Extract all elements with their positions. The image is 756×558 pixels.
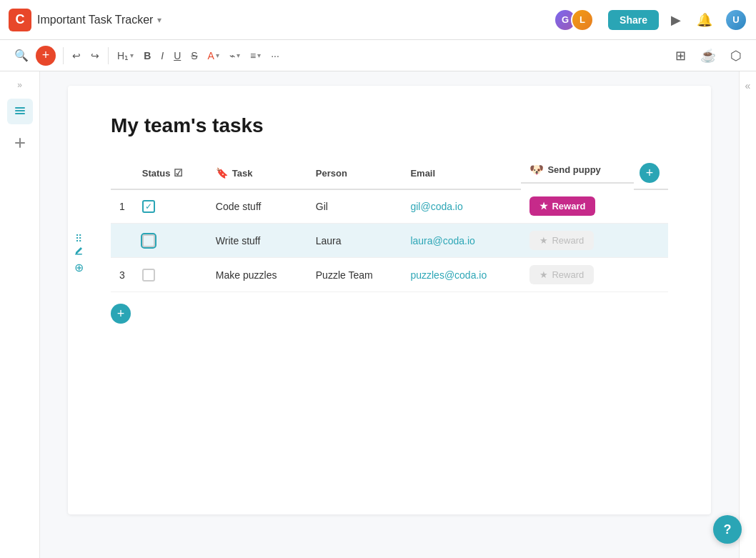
bold-button[interactable]: B bbox=[139, 47, 155, 64]
font-color-button[interactable]: A ▾ bbox=[204, 47, 224, 64]
collaborator-avatars: G L bbox=[554, 9, 594, 31]
star-icon: ★ bbox=[539, 201, 548, 211]
svg-rect-2 bbox=[15, 113, 25, 114]
row-2-reward[interactable]: ★ Reward bbox=[521, 224, 634, 258]
row-1-reward[interactable]: ★ Reward bbox=[521, 189, 634, 224]
row-add-icon[interactable]: ⊕ bbox=[74, 261, 84, 274]
row-2-person[interactable]: Laura bbox=[307, 224, 402, 258]
svg-rect-3 bbox=[75, 254, 82, 255]
row-side-actions: ⠿ ⊕ bbox=[74, 233, 84, 274]
row-3-reward[interactable]: ★ Reward bbox=[521, 258, 634, 292]
row-1-email[interactable]: gil@coda.io bbox=[402, 189, 521, 224]
add-column-button[interactable]: + bbox=[640, 163, 660, 183]
row-2-email[interactable]: laura@coda.io bbox=[402, 224, 521, 258]
row-3-email-link[interactable]: puzzles@coda.io bbox=[410, 269, 487, 281]
more-options-button[interactable]: ··· bbox=[267, 47, 284, 64]
row-2-status[interactable] bbox=[134, 224, 207, 258]
doc-title[interactable]: Important Task Tracker ▾ bbox=[37, 14, 161, 26]
col-header-email[interactable]: Email bbox=[402, 157, 521, 189]
svg-rect-0 bbox=[15, 107, 25, 109]
share-button[interactable]: Share bbox=[608, 10, 659, 30]
video-icon[interactable]: ▶ bbox=[665, 9, 687, 31]
row-3-email[interactable]: puzzles@coda.io bbox=[402, 258, 521, 292]
toolbar-separator-1 bbox=[63, 47, 64, 64]
row-2-extra bbox=[634, 224, 668, 258]
row-1-num: 1 bbox=[111, 189, 134, 224]
heading-dropdown-icon: ▾ bbox=[130, 51, 134, 59]
status-check-icon: ☑ bbox=[174, 167, 183, 179]
toolbar-right-icons: ⊞ ☕ ⬡ bbox=[670, 45, 747, 66]
row-3-person[interactable]: Puzzle Team bbox=[307, 258, 402, 292]
col-header-person[interactable]: Person bbox=[307, 157, 402, 189]
user-avatar[interactable]: U bbox=[725, 9, 747, 31]
heading-button[interactable]: H₁ ▾ bbox=[113, 47, 138, 64]
reward-inactive-button-3[interactable]: ★ Reward bbox=[529, 265, 594, 284]
add-block-button[interactable]: + bbox=[36, 46, 56, 66]
col-header-send-puppy[interactable]: 🐶 Send puppy bbox=[521, 157, 634, 184]
page-title: My team's tasks bbox=[111, 114, 668, 137]
toolbar-separator-2 bbox=[108, 47, 109, 64]
col-header-status[interactable]: Status ☑ bbox=[134, 157, 207, 189]
search-icon[interactable]: 🔍 bbox=[9, 46, 34, 65]
row-edit-icon[interactable] bbox=[74, 246, 84, 258]
reward-inactive-button-2[interactable]: ★ Reward bbox=[529, 231, 594, 250]
reward-active-button[interactable]: ★ Reward bbox=[529, 196, 595, 216]
status-col-label: Status bbox=[142, 168, 171, 179]
task-table: Status ☑ 🔖 Task Pe bbox=[111, 157, 668, 292]
align-button[interactable]: ≡ ▾ bbox=[246, 47, 265, 64]
left-sidebar: » bbox=[0, 71, 40, 558]
row-2-num bbox=[111, 224, 134, 258]
row-2-task[interactable]: Write stuff bbox=[207, 224, 307, 258]
puppy-emoji-icon: 🐶 bbox=[529, 163, 544, 176]
col-header-task[interactable]: 🔖 Task bbox=[207, 157, 307, 189]
highlight-button[interactable]: ⌁ ▾ bbox=[225, 47, 244, 64]
col-header-add: + bbox=[634, 157, 668, 189]
row-drag-handle[interactable]: ⠿ bbox=[75, 233, 82, 244]
redo-button[interactable]: ↪ bbox=[86, 47, 104, 64]
row-1-person[interactable]: Gil bbox=[307, 189, 402, 224]
status-unchecked-icon-3[interactable] bbox=[142, 269, 155, 282]
expand-sidebar-icon[interactable]: » bbox=[14, 77, 25, 93]
status-checked-icon[interactable]: ✓ bbox=[142, 200, 155, 213]
star-icon-2: ★ bbox=[539, 235, 548, 246]
add-row-button[interactable]: + bbox=[111, 304, 131, 324]
row-3-task[interactable]: Make puzzles bbox=[207, 258, 307, 292]
highlight-dropdown-icon: ▾ bbox=[237, 51, 240, 59]
help-button[interactable]: ? bbox=[713, 515, 742, 544]
underline-button[interactable]: U bbox=[169, 47, 185, 64]
row-1-email-link[interactable]: gil@coda.io bbox=[410, 201, 462, 212]
table-row: Write stuff Laura laura@coda.io ★ Reward bbox=[111, 224, 668, 258]
coffee-icon[interactable]: ☕ bbox=[695, 45, 722, 66]
row-3-status[interactable] bbox=[134, 258, 207, 292]
main-layout: » My team's tasks ⠿ bbox=[0, 71, 756, 558]
row-2-email-link[interactable]: laura@coda.io bbox=[410, 235, 475, 246]
italic-button[interactable]: I bbox=[156, 47, 168, 64]
sidebar-doc-icon[interactable] bbox=[7, 99, 33, 124]
pages-icon[interactable]: ⊞ bbox=[670, 45, 692, 66]
row-1-task[interactable]: Code stuff bbox=[207, 189, 307, 224]
logo-icon[interactable]: C bbox=[9, 9, 31, 31]
undo-button[interactable]: ↩ bbox=[68, 47, 85, 64]
puzzle-icon[interactable]: ⬡ bbox=[725, 45, 747, 66]
reward-inactive-label-3: Reward bbox=[552, 269, 584, 280]
content-area: My team's tasks ⠿ ⊕ bbox=[40, 71, 739, 558]
send-puppy-col-label: Send puppy bbox=[547, 164, 600, 175]
strikethrough-button[interactable]: S bbox=[186, 47, 202, 64]
row-1-status[interactable]: ✓ bbox=[134, 189, 207, 224]
task-bookmark-icon: 🔖 bbox=[216, 167, 228, 179]
email-col-label: Email bbox=[410, 168, 435, 179]
svg-rect-1 bbox=[15, 110, 25, 111]
avatar-2: L bbox=[571, 9, 594, 31]
col-header-rownum bbox=[111, 157, 134, 189]
sidebar-add-icon[interactable] bbox=[7, 130, 33, 156]
doc-content: My team's tasks ⠿ ⊕ bbox=[68, 86, 711, 514]
reward-active-label: Reward bbox=[552, 201, 585, 211]
title-chevron-icon: ▾ bbox=[157, 15, 161, 25]
right-collapse-panel[interactable]: « bbox=[739, 71, 756, 558]
toolbar: 🔍 + ↩ ↪ H₁ ▾ B I U S A ▾ ⌁ ▾ ≡ ▾ ··· ⊞ ☕… bbox=[0, 40, 756, 71]
bell-icon[interactable]: 🔔 bbox=[693, 9, 716, 31]
align-dropdown-icon: ▾ bbox=[257, 51, 261, 59]
status-unchecked-icon[interactable] bbox=[142, 234, 155, 247]
row-3-extra bbox=[634, 258, 668, 292]
task-col-label: Task bbox=[232, 168, 253, 179]
